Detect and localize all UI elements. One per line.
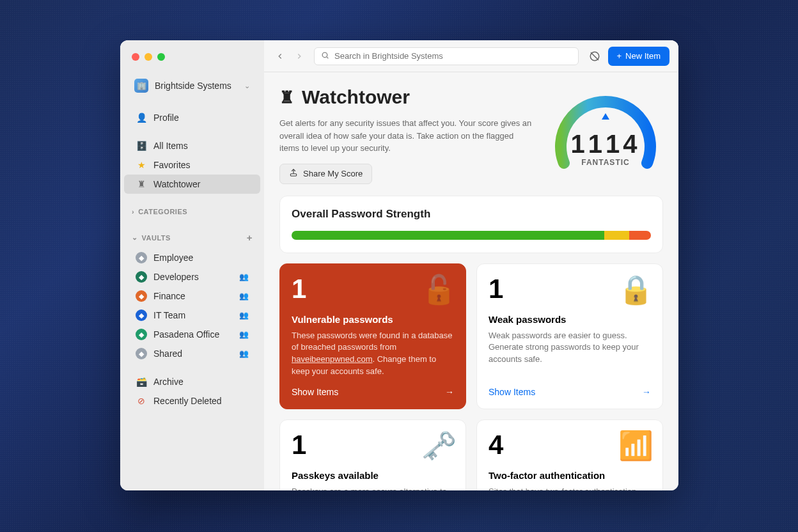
vault-icon: ◆ [136, 309, 147, 321]
vault-icon: ◆ [136, 348, 147, 359]
unlock-alert-icon: 🔓 [421, 273, 457, 306]
show-items-button[interactable]: Show Items → [292, 378, 454, 397]
card-description: Passkeys are a more secure alternative t… [292, 486, 454, 490]
hibp-link[interactable]: haveibeenpwned.com [292, 354, 372, 364]
shared-icon: 👥 [239, 292, 249, 301]
card-vulnerable-passwords[interactable]: 🔓 1 Vulnerable passwords These passwords… [279, 263, 466, 409]
score-value: 1114 [548, 130, 663, 159]
shared-icon: 👥 [239, 330, 249, 339]
shared-icon: 👥 [239, 272, 249, 281]
sidebar-vault-pasadena-office[interactable]: ◆ Pasadena Office 👥 [124, 325, 260, 344]
vault-label: Pasadena Office [153, 329, 219, 340]
app-window: 🏢 Brightside Systems ⌄ 👤 Profile 🗄️ All … [120, 40, 678, 490]
back-button[interactable] [272, 48, 288, 65]
search-input[interactable] [334, 51, 572, 61]
vault-label: Shared [153, 348, 182, 359]
privacy-icon[interactable] [585, 51, 604, 62]
card-description: Weak passwords are easier to guess. Gene… [489, 330, 651, 366]
sidebar-item-archive[interactable]: 🗃️ Archive [124, 372, 260, 391]
share-label: Share My Score [303, 169, 363, 178]
vault-icon: ◆ [136, 271, 147, 283]
sidebar-vault-finance[interactable]: ◆ Finance 👥 [124, 286, 260, 306]
svg-marker-4 [602, 113, 609, 120]
chevron-down-icon: ⌄ [244, 82, 250, 90]
sidebar-item-label: Archive [153, 377, 184, 387]
sidebar-item-favorites[interactable]: ★ Favorites [124, 155, 260, 175]
minimize-window-button[interactable] [145, 53, 152, 61]
drawer-icon: 🗄️ [136, 141, 147, 151]
account-name: Brightside Systems [155, 81, 231, 91]
sidebar-item-label: Recently Deleted [153, 396, 222, 406]
close-window-button[interactable] [132, 53, 139, 61]
vault-label: Employee [153, 253, 193, 263]
score-gauge: 1114 FANTASTIC [548, 86, 663, 182]
star-icon: ★ [136, 160, 147, 170]
search-field[interactable] [314, 47, 579, 65]
card-title: Two-factor authentication [489, 470, 651, 481]
strength-title: Overall Password Strength [292, 208, 651, 221]
tower-icon: ♜ [136, 179, 147, 189]
search-icon [321, 51, 329, 61]
toolbar: + New Item [264, 40, 678, 72]
vault-icon: ◆ [136, 290, 147, 302]
page-description: Get alerts for any security issues that … [279, 117, 535, 155]
categories-label: CATEGORIES [138, 208, 187, 215]
wifi-lock-icon: 📶 [618, 429, 653, 462]
vault-label: Finance [153, 291, 185, 301]
card-weak-passwords[interactable]: 🔒 1 Weak passwords Weak passwords are ea… [476, 263, 663, 409]
content-area: ♜ Watchtower Get alerts for any security… [264, 72, 678, 490]
new-item-button[interactable]: + New Item [608, 47, 670, 66]
strength-segment-weak [629, 231, 651, 240]
add-vault-button[interactable]: + [247, 232, 253, 243]
sidebar-item-label: All Items [153, 141, 188, 151]
card-description: Sites that have two-factor authenticatio… [489, 486, 651, 490]
archive-icon: 🗃️ [136, 377, 147, 387]
sidebar-item-label: Watchtower [153, 179, 200, 189]
strength-segment-strong [292, 231, 604, 240]
svg-point-0 [322, 52, 327, 58]
score-label: FANTASTIC [548, 158, 663, 167]
account-switcher[interactable]: 🏢 Brightside Systems ⌄ [124, 75, 260, 97]
vault-icon: ◆ [136, 329, 147, 340]
arrow-right-icon: → [445, 387, 454, 397]
forward-button[interactable] [291, 48, 308, 65]
svg-line-1 [327, 56, 328, 58]
sidebar-vault-it-team[interactable]: ◆ IT Team 👥 [124, 306, 260, 325]
strength-bar [292, 231, 651, 240]
sidebar-item-all-items[interactable]: 🗄️ All Items [124, 136, 260, 155]
person-icon: 👤 [136, 113, 147, 123]
sidebar: 🏢 Brightside Systems ⌄ 👤 Profile 🗄️ All … [120, 40, 264, 490]
main-panel: + New Item ♜ Watchtower Get alerts for a… [264, 40, 678, 490]
vault-icon: ◆ [136, 252, 147, 263]
sidebar-item-label: Favorites [153, 160, 191, 170]
shared-icon: 👥 [239, 311, 249, 320]
action-label: Show Items [292, 387, 338, 397]
card-passkeys-available[interactable]: 🗝️ 1 Passkeys available Passkeys are a m… [279, 419, 466, 490]
sidebar-item-label: Profile [153, 113, 179, 123]
window-controls [120, 53, 264, 61]
sidebar-item-watchtower[interactable]: ♜ Watchtower [124, 175, 260, 194]
vaults-header[interactable]: ⌄ VAULTS + [120, 227, 264, 248]
card-two-factor-auth[interactable]: 📶 4 Two-factor authentication Sites that… [476, 419, 663, 490]
show-items-button[interactable]: Show Items → [489, 378, 651, 397]
sidebar-vault-developers[interactable]: ◆ Developers 👥 [124, 267, 260, 286]
new-item-label: New Item [625, 51, 661, 61]
tower-icon: ♜ [279, 88, 294, 107]
fullscreen-window-button[interactable] [157, 53, 165, 61]
svg-rect-3 [290, 174, 296, 176]
card-title: Vulnerable passwords [292, 314, 454, 325]
passkey-icon: 🗝️ [421, 429, 457, 462]
trash-icon: ⊘ [136, 396, 147, 406]
share-score-button[interactable]: Share My Score [279, 164, 372, 184]
shared-icon: 👥 [239, 349, 249, 358]
card-description: These passwords were found in a database… [292, 330, 454, 378]
share-icon [289, 168, 298, 179]
account-icon: 🏢 [134, 79, 148, 93]
sidebar-vault-employee[interactable]: ◆ Employee [124, 248, 260, 267]
strength-segment-medium [604, 231, 629, 240]
sidebar-vault-shared[interactable]: ◆ Shared 👥 [124, 344, 260, 363]
sidebar-item-recently-deleted[interactable]: ⊘ Recently Deleted [124, 391, 260, 411]
action-label: Show Items [489, 387, 535, 397]
categories-header[interactable]: › CATEGORIES [120, 203, 264, 221]
sidebar-item-profile[interactable]: 👤 Profile [124, 108, 260, 127]
